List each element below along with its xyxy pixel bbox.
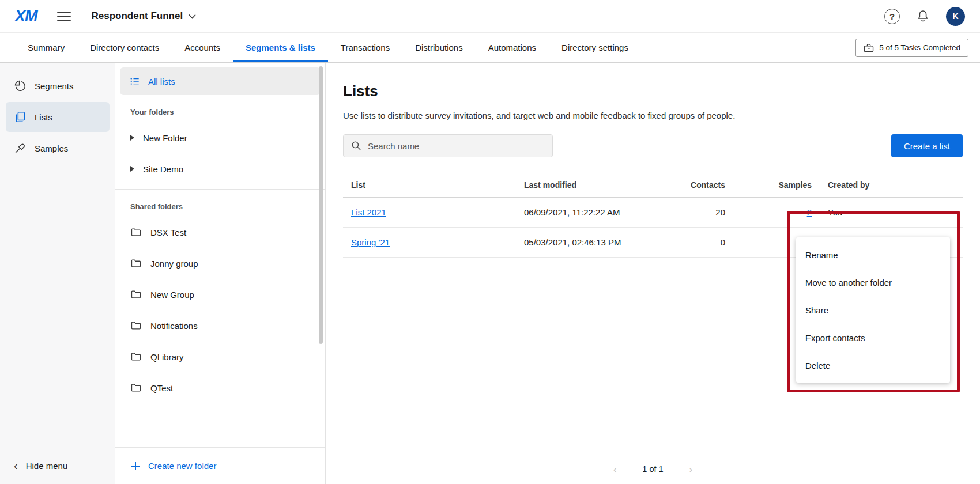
sidebar-item-segments[interactable]: Segments xyxy=(6,71,110,101)
project-selector[interactable]: Respondent Funnel xyxy=(92,10,197,22)
folder-icon xyxy=(130,351,142,362)
create-new-folder-label: Create new folder xyxy=(148,461,216,471)
pagination-prev-icon[interactable]: ‹ xyxy=(613,463,617,475)
folder-notifications[interactable]: Notifications xyxy=(115,310,325,341)
folder-label: Site Demo xyxy=(143,164,183,174)
shared-folders-label: Shared folders xyxy=(115,190,325,217)
page-description: Use lists to distribute survey invitatio… xyxy=(343,111,963,120)
hamburger-menu-icon[interactable] xyxy=(57,12,71,21)
tab-automations[interactable]: Automations xyxy=(476,33,549,62)
folder-label: New Group xyxy=(150,290,194,300)
sidebar-item-lists[interactable]: Lists xyxy=(6,102,110,132)
folder-icon xyxy=(130,289,142,300)
menu-item-share[interactable]: Share xyxy=(796,296,950,324)
all-lists-item[interactable]: All lists xyxy=(120,67,321,95)
column-header-contacts: Contacts xyxy=(660,175,733,197)
folder-new-folder[interactable]: New Folder xyxy=(115,122,325,153)
created-by-cell: You xyxy=(820,198,900,227)
last-modified-cell: 05/03/2021, 02:46:13 PM xyxy=(516,228,660,257)
menu-item-rename[interactable]: Rename xyxy=(796,241,950,269)
folder-qlibrary[interactable]: QLibrary xyxy=(115,341,325,372)
xm-directory-page: XM Respondent Funnel ? K Summary Directo… xyxy=(0,0,980,484)
table-header-row: List Last modified Contacts Samples Crea… xyxy=(343,175,963,198)
hide-menu-label: Hide menu xyxy=(26,461,68,471)
tab-directory-contacts[interactable]: Directory contacts xyxy=(77,33,172,62)
briefcase-icon xyxy=(864,43,874,52)
row-context-menu: Rename Move to another folder Share Expo… xyxy=(796,237,950,383)
folder-label: QTest xyxy=(150,383,173,393)
sidebar-item-label: Samples xyxy=(35,143,68,153)
directory-tab-bar: Summary Directory contacts Accounts Segm… xyxy=(0,33,980,63)
folder-dsx-test[interactable]: DSX Test xyxy=(115,217,325,248)
tab-transactions[interactable]: Transactions xyxy=(328,33,402,62)
sidebar-item-label: Lists xyxy=(35,112,52,122)
all-lists-label: All lists xyxy=(148,77,175,86)
top-bar: XM Respondent Funnel ? K xyxy=(0,0,980,33)
left-sidebar: Segments Lists Samples ‹ Hide menu xyxy=(0,63,115,484)
menu-item-export-contacts[interactable]: Export contacts xyxy=(796,324,950,351)
create-new-folder-button[interactable]: Create new folder xyxy=(115,447,325,484)
folders-panel: All lists Your folders New Folder Site D… xyxy=(115,63,326,484)
user-avatar[interactable]: K xyxy=(946,7,965,26)
pagination-next-icon[interactable]: › xyxy=(689,463,693,475)
tab-accounts[interactable]: Accounts xyxy=(172,33,233,62)
column-header-created-by: Created by xyxy=(820,175,900,197)
lists-icon xyxy=(14,111,27,123)
help-icon[interactable]: ? xyxy=(884,9,900,24)
menu-item-move-to-another-folder[interactable]: Move to another folder xyxy=(796,269,950,296)
list-name-link[interactable]: List 2021 xyxy=(351,207,386,217)
hide-menu-button[interactable]: ‹ Hide menu xyxy=(14,460,67,471)
list-bullets-icon xyxy=(129,75,141,87)
notifications-bell-icon[interactable] xyxy=(916,9,930,23)
your-folders-label: Your folders xyxy=(115,95,325,122)
contacts-cell: 0 xyxy=(660,228,733,257)
menu-item-delete[interactable]: Delete xyxy=(796,351,950,379)
project-name: Respondent Funnel xyxy=(92,10,183,22)
tab-distributions[interactable]: Distributions xyxy=(402,33,476,62)
folder-new-group[interactable]: New Group xyxy=(115,279,325,310)
folder-label: New Folder xyxy=(143,133,187,143)
folder-label: QLibrary xyxy=(150,352,184,362)
tasks-completed-label: 5 of 5 Tasks Completed xyxy=(879,43,960,52)
column-header-samples: Samples xyxy=(733,175,820,197)
tab-directory-settings[interactable]: Directory settings xyxy=(549,33,641,62)
folders-scrollbar-thumb[interactable] xyxy=(319,66,323,344)
chevron-down-icon xyxy=(189,14,196,19)
page-title: Lists xyxy=(343,82,963,100)
samples-eyedropper-icon xyxy=(14,142,27,154)
segments-pie-icon xyxy=(14,80,27,92)
xm-logo: XM xyxy=(15,7,37,25)
list-name-link[interactable]: Spring '21 xyxy=(351,237,390,247)
tasks-completed-badge[interactable]: 5 of 5 Tasks Completed xyxy=(855,39,968,57)
plus-icon xyxy=(130,461,141,471)
folder-label: Jonny group xyxy=(150,259,198,269)
chevron-left-icon: ‹ xyxy=(14,460,18,471)
folder-site-demo[interactable]: Site Demo xyxy=(115,153,325,184)
column-header-list: List xyxy=(343,175,516,197)
samples-count-link[interactable]: 2 xyxy=(807,207,812,217)
table-row: List 2021 06/09/2021, 11:22:22 AM 20 2 Y… xyxy=(343,198,963,228)
expand-triangle-icon xyxy=(130,166,134,172)
folder-label: Notifications xyxy=(150,321,198,331)
search-icon xyxy=(350,140,362,152)
search-input[interactable] xyxy=(368,141,545,151)
last-modified-cell: 06/09/2021, 11:22:22 AM xyxy=(516,198,660,227)
row-overflow-menu-icon[interactable]: ••• xyxy=(900,198,963,227)
column-header-last-modified: Last modified xyxy=(516,175,660,197)
folder-icon xyxy=(130,382,142,394)
folder-icon xyxy=(130,226,142,238)
pagination: ‹ 1 of 1 › xyxy=(326,463,980,475)
search-box xyxy=(343,134,553,157)
folder-label: DSX Test xyxy=(150,228,186,237)
contacts-cell: 20 xyxy=(660,198,733,227)
folder-jonny-group[interactable]: Jonny group xyxy=(115,248,325,279)
folder-icon xyxy=(130,258,142,269)
folder-qtest[interactable]: QTest xyxy=(115,372,325,403)
create-a-list-button[interactable]: Create a list xyxy=(891,134,963,157)
tab-segments-and-lists[interactable]: Segments & lists xyxy=(233,33,328,62)
folder-icon xyxy=(130,320,142,331)
expand-triangle-icon xyxy=(130,135,134,141)
sidebar-item-label: Segments xyxy=(35,81,74,91)
tab-summary[interactable]: Summary xyxy=(15,33,77,62)
sidebar-item-samples[interactable]: Samples xyxy=(6,133,110,163)
